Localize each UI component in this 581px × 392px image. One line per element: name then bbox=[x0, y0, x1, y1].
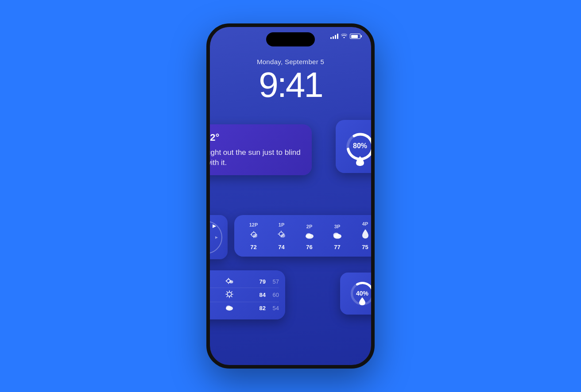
svg-point-16 bbox=[253, 234, 257, 238]
daily-icon-fri bbox=[207, 290, 252, 300]
compass-south-indicator: ▾ bbox=[206, 246, 207, 251]
compass-speed: 8 bbox=[206, 230, 209, 239]
hourly-icon-2 bbox=[277, 230, 286, 241]
hourly-item-2: 1P 74 bbox=[267, 222, 295, 250]
hourly-icon-4 bbox=[333, 232, 342, 241]
phone-screen: Monday, September 5 9:41 bbox=[210, 27, 371, 365]
compass-right-arrow: ▸ bbox=[215, 234, 218, 240]
hourly-icon-3 bbox=[305, 232, 314, 241]
daily-icon-sat bbox=[207, 304, 252, 312]
svg-line-39 bbox=[231, 296, 232, 297]
daily-high-sat: 82 bbox=[255, 305, 266, 311]
hourly-temp-5: 75 bbox=[362, 244, 368, 250]
humidity-small-percent: 40% bbox=[356, 290, 368, 297]
hourly-forecast-widget: 12P 72 bbox=[234, 215, 375, 257]
hourly-item-3: 2P 76 bbox=[295, 224, 323, 250]
quote-text: I brought out the sun just to blind you … bbox=[206, 148, 304, 168]
compass-north-arrow: ▶ bbox=[213, 223, 216, 228]
compass-widget: ◂ ▸ ▶ 8 NE ▾ bbox=[206, 215, 228, 259]
battery-icon bbox=[350, 34, 360, 39]
humidity-small-drop bbox=[359, 297, 365, 307]
daily-temps-thu: 79 57 bbox=[255, 278, 279, 285]
svg-line-40 bbox=[231, 292, 232, 292]
daily-high-thu: 79 bbox=[255, 278, 266, 285]
hourly-icon-1 bbox=[249, 230, 258, 241]
compass-center: 8 NE bbox=[206, 230, 209, 245]
daily-row-sat: SAT 82 54 bbox=[206, 302, 279, 314]
daily-row-thu: THU 79 57 bbox=[206, 276, 279, 288]
hourly-time-4: 3P bbox=[334, 224, 340, 229]
svg-point-26 bbox=[333, 233, 339, 237]
svg-line-38 bbox=[227, 292, 228, 292]
hourly-item-4: 3P 77 bbox=[323, 224, 351, 250]
humidity-small-ring: 40% bbox=[348, 279, 375, 308]
svg-point-22 bbox=[281, 234, 285, 238]
daily-low-thu: 57 bbox=[268, 278, 279, 285]
svg-point-43 bbox=[226, 306, 231, 310]
hourly-item-1: 12P 72 bbox=[240, 222, 267, 250]
svg-point-32 bbox=[229, 281, 233, 284]
daily-high-fri: 84 bbox=[255, 292, 266, 298]
hourly-temp-3: 76 bbox=[306, 244, 312, 250]
hourly-temp-2: 74 bbox=[278, 244, 284, 250]
svg-line-41 bbox=[227, 296, 228, 297]
svg-point-33 bbox=[228, 292, 232, 296]
svg-point-24 bbox=[306, 233, 311, 238]
compass-inner: ◂ ▸ ▶ 8 NE ▾ bbox=[206, 221, 222, 254]
daily-temps-fri: 84 60 bbox=[255, 292, 279, 298]
dynamic-island bbox=[266, 32, 315, 46]
humidity-small-widget: 40% bbox=[340, 273, 375, 315]
hourly-time-3: 2P bbox=[306, 224, 312, 229]
hourly-item-5: 4P 75 bbox=[351, 221, 375, 250]
hourly-time-2: 1P bbox=[279, 222, 284, 227]
humidity-percent: 80% bbox=[353, 142, 367, 150]
daily-forecast-widget: THU 79 57 bbox=[206, 270, 285, 319]
daily-low-sat: 54 bbox=[268, 305, 279, 311]
humidity-drop-icon bbox=[356, 156, 364, 168]
temperature-text: 72° bbox=[206, 132, 219, 143]
compass-direction: NE bbox=[206, 239, 209, 245]
daily-icon-thu bbox=[207, 278, 252, 285]
hourly-time-1: 12P bbox=[249, 222, 258, 227]
temp-row: 72° bbox=[206, 131, 304, 143]
hourly-temp-4: 77 bbox=[334, 244, 340, 250]
hourly-icon-5 bbox=[361, 229, 369, 241]
humidity-widget: 80% bbox=[336, 120, 375, 173]
daily-temps-sat: 82 54 bbox=[255, 305, 279, 311]
date-label: Monday, September 5 bbox=[257, 58, 324, 65]
weather-quote-widget: 72° I brought out the sun just to blind … bbox=[206, 124, 312, 175]
phone-shell: Monday, September 5 9:41 bbox=[206, 23, 375, 369]
widgets-area: 72° I brought out the sun just to blind … bbox=[210, 124, 371, 365]
daily-row-fri: FRI bbox=[206, 288, 279, 302]
wifi-icon bbox=[341, 33, 347, 39]
daily-low-fri: 60 bbox=[268, 292, 279, 298]
time-label: 9:41 bbox=[259, 67, 322, 103]
hourly-temp-1: 72 bbox=[250, 244, 256, 250]
signal-icon bbox=[330, 34, 338, 39]
hourly-row: 12P 72 bbox=[240, 221, 375, 250]
hourly-time-5: 4P bbox=[362, 221, 368, 227]
